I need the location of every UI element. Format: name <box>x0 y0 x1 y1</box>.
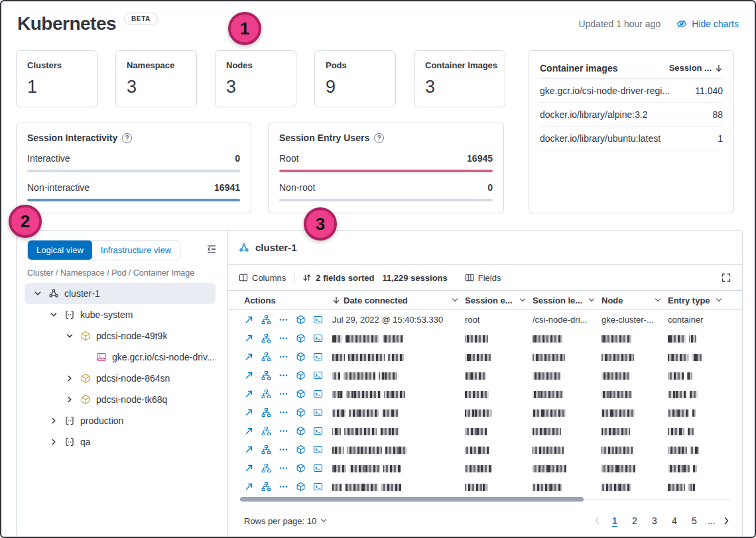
metric-label: Non-interactive <box>27 182 90 193</box>
terminal-icon[interactable] <box>313 407 323 417</box>
chevron-right-icon[interactable] <box>64 396 75 404</box>
caret-down-icon[interactable] <box>519 298 526 302</box>
tree-item-label: cluster-1 <box>64 288 100 299</box>
page-button-3[interactable]: 3 <box>647 513 662 529</box>
expand-icon[interactable] <box>244 482 254 492</box>
pod-icon <box>80 373 91 384</box>
more-actions-icon[interactable] <box>279 407 288 417</box>
more-actions-icon[interactable] <box>279 463 288 473</box>
hide-charts-button[interactable]: Hide charts <box>676 19 739 29</box>
fields-sorted-button[interactable]: 2 fields sorted <box>302 273 374 283</box>
container-icon[interactable] <box>296 445 306 455</box>
chevron-right-icon[interactable] <box>64 374 75 382</box>
expand-icon[interactable] <box>244 389 254 399</box>
terminal-icon[interactable] <box>313 426 323 436</box>
process-tree-icon[interactable] <box>261 389 271 399</box>
terminal-icon[interactable] <box>313 352 323 362</box>
container-images-sort-column[interactable]: Session ... <box>669 63 723 73</box>
session-interactivity-title: Session Interactivity <box>27 133 117 143</box>
fullscreen-icon[interactable] <box>721 272 731 283</box>
more-actions-icon[interactable] <box>279 352 288 362</box>
tree-item-pdcsi-node-49t9k[interactable]: pdcsi-node-49t9k <box>25 325 216 347</box>
column-header-session-e[interactable]: Session e... <box>465 296 533 305</box>
more-actions-icon[interactable] <box>279 389 288 399</box>
process-tree-icon[interactable] <box>261 407 271 417</box>
page-button-1[interactable]: 1 <box>607 513 623 529</box>
infrastructure-view-button[interactable]: Infrastructure view <box>92 241 180 260</box>
chevron-right-icon[interactable] <box>48 438 59 446</box>
process-tree-icon[interactable] <box>261 352 271 362</box>
more-actions-icon[interactable] <box>279 445 288 455</box>
rows-per-page-button[interactable]: Rows per page: 10 <box>244 516 327 526</box>
expand-icon[interactable] <box>244 426 254 436</box>
process-tree-icon[interactable] <box>261 463 271 473</box>
previous-page-icon[interactable] <box>592 515 603 526</box>
container-icon[interactable] <box>296 333 306 343</box>
process-tree-icon[interactable] <box>261 445 271 455</box>
tree-item-pdcsi-node-864sn[interactable]: pdcsi-node-864sn <box>25 368 216 389</box>
expand-icon[interactable] <box>244 333 254 343</box>
column-header-session-le[interactable]: Session le... <box>533 296 601 305</box>
chevron-right-icon[interactable] <box>48 417 59 425</box>
more-actions-icon[interactable] <box>279 482 288 492</box>
caret-down-icon[interactable] <box>452 298 458 302</box>
process-tree-icon[interactable] <box>261 333 271 343</box>
tree-item-cluster-1[interactable]: cluster-1 <box>25 283 216 304</box>
terminal-icon[interactable] <box>313 370 323 380</box>
chevron-down-icon[interactable] <box>32 290 43 297</box>
page-button-5[interactable]: 5 <box>686 513 702 529</box>
expand-icon[interactable] <box>244 407 254 417</box>
terminal-icon[interactable] <box>313 445 323 455</box>
process-tree-icon[interactable] <box>261 315 271 325</box>
more-actions-icon[interactable] <box>279 370 288 380</box>
help-icon[interactable] <box>374 133 384 143</box>
tree-item-production[interactable]: production <box>25 410 216 431</box>
container-icon[interactable] <box>296 482 306 492</box>
container-icon[interactable] <box>296 463 306 473</box>
process-tree-icon[interactable] <box>261 426 271 436</box>
scrollbar-thumb[interactable] <box>240 497 584 502</box>
container-icon[interactable] <box>296 407 306 417</box>
expand-icon[interactable] <box>244 370 254 380</box>
fields-button[interactable]: Fields <box>465 273 501 283</box>
expand-icon[interactable] <box>244 445 254 455</box>
redacted-cell <box>332 370 465 380</box>
container-icon[interactable] <box>296 389 306 399</box>
page-button-4[interactable]: 4 <box>666 513 682 529</box>
column-header-entry-type[interactable]: Entry type <box>668 296 729 305</box>
tree-item-kube-system[interactable]: kube-system <box>25 304 216 325</box>
terminal-icon[interactable] <box>313 333 323 343</box>
container-icon[interactable] <box>296 370 306 380</box>
chevron-down-icon[interactable] <box>64 332 75 340</box>
column-header-date-connected[interactable]: Date connected <box>332 296 465 305</box>
container-icon[interactable] <box>296 315 306 325</box>
terminal-icon[interactable] <box>313 389 323 399</box>
collapse-panel-icon[interactable] <box>206 244 217 254</box>
more-actions-icon[interactable] <box>279 426 288 436</box>
columns-button[interactable]: Columns <box>239 273 286 283</box>
terminal-icon[interactable] <box>313 482 323 492</box>
next-page-icon[interactable] <box>721 515 731 526</box>
tree-item-gke-gcr-io-csi-node-driv[interactable]: gke.gcr.io/csi-node-driv... <box>25 347 216 368</box>
expand-icon[interactable] <box>244 463 254 473</box>
page-button-2[interactable]: 2 <box>627 513 643 529</box>
column-header-node[interactable]: Node <box>601 296 668 305</box>
process-tree-icon[interactable] <box>261 482 271 492</box>
logical-view-button[interactable]: Logical view <box>28 241 92 260</box>
chevron-down-icon[interactable] <box>48 311 59 319</box>
terminal-icon[interactable] <box>313 463 323 473</box>
more-actions-icon[interactable] <box>279 315 288 325</box>
caret-down-icon[interactable] <box>716 298 722 302</box>
container-icon[interactable] <box>296 352 306 362</box>
more-actions-icon[interactable] <box>279 333 288 343</box>
tree-item-pdcsi-node-tk68q[interactable]: pdcsi-node-tk68q <box>25 389 216 410</box>
container-icon[interactable] <box>296 426 306 436</box>
tree-item-qa[interactable]: qa <box>25 431 216 453</box>
help-icon[interactable] <box>122 133 132 143</box>
caret-down-icon[interactable] <box>655 298 661 302</box>
expand-icon[interactable] <box>244 352 254 362</box>
expand-icon[interactable] <box>244 315 254 325</box>
caret-down-icon[interactable] <box>588 298 595 302</box>
process-tree-icon[interactable] <box>261 370 271 380</box>
terminal-icon[interactable] <box>313 315 323 325</box>
